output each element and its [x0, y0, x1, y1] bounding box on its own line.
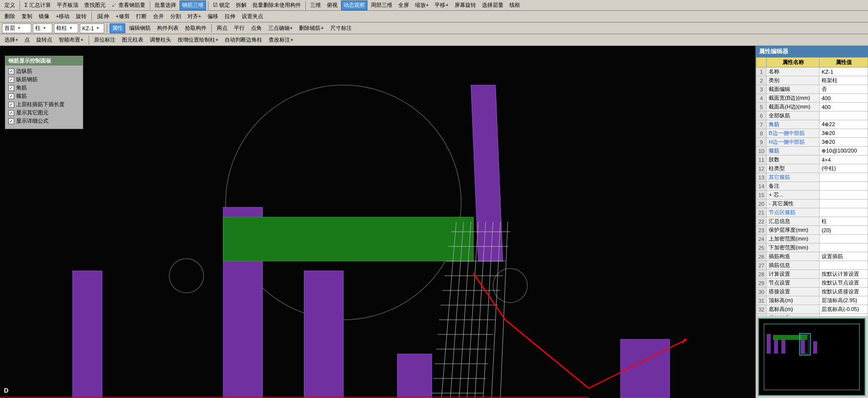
tb-zoom-plus[interactable]: 缩放+ [412, 0, 431, 10]
prop-value-cell[interactable]: 400 [820, 103, 868, 111]
prop-row-32[interactable]: 32底标高(m)层底标高(-0.05) [756, 305, 868, 314]
tb-rebar3d[interactable]: 钢筋三维 [180, 0, 206, 10]
tb-3d[interactable]: 三维 [308, 0, 323, 10]
tb-pick-comp[interactable]: 拾取构件 [183, 23, 209, 33]
cb-1[interactable]: ✓ [8, 77, 14, 83]
prop-row-11[interactable]: 11肢数4×4 [756, 155, 868, 164]
tb-break[interactable]: 打断 [134, 12, 149, 22]
prop-value-cell[interactable]: 层顶标高(2.95) [820, 296, 868, 305]
tb-top-view[interactable]: 俯视 [324, 0, 340, 10]
prop-value-cell[interactable]: ⊕10@100/200 [820, 147, 868, 155]
tb-wireframe[interactable]: 线框 [507, 0, 523, 10]
prop-value-cell[interactable] [820, 261, 868, 270]
cb-4[interactable]: ✓ [8, 102, 14, 108]
prop-row-28[interactable]: 28计算设置按默认计算设置 [756, 270, 868, 279]
prop-row-31[interactable]: 31顶标高(m)层顶标高(2.95) [756, 296, 868, 305]
prop-row-13[interactable]: 13其它箍筋 [756, 173, 868, 182]
tb-batch-select[interactable]: 批量选择 [152, 0, 179, 10]
prop-value-cell[interactable]: 设置插筋 [820, 252, 868, 261]
tb-dynamic[interactable]: 动态观察 [341, 0, 367, 10]
tb-find[interactable]: 查找图元 [82, 0, 108, 10]
prop-row-33[interactable]: 33插筋标高 [756, 314, 868, 316]
tb-props[interactable]: 属性 [110, 23, 125, 33]
prop-value-cell[interactable]: 4⊕22 [820, 120, 868, 129]
tb-draw-col[interactable]: 按增位置绘制柱+ [175, 35, 221, 45]
prop-value-cell[interactable] [820, 314, 868, 316]
tb-smart-place[interactable]: 智能布置+ [56, 35, 86, 45]
cb-3[interactable]: ✓ [8, 93, 14, 99]
tb-three-point[interactable]: 三点确轴+ [266, 23, 295, 33]
tb-lock[interactable]: ☑ 锁定 [210, 0, 232, 10]
prop-value-cell[interactable]: 4×4 [820, 155, 868, 164]
prop-value-cell[interactable] [820, 182, 868, 191]
prop-value-cell[interactable]: 3⊕20 [820, 138, 868, 147]
tb-point-place[interactable]: 点 [22, 35, 32, 45]
prop-value-cell[interactable]: 框架柱 [820, 76, 868, 85]
prop-row-14[interactable]: 14备注 [756, 182, 868, 191]
prop-row-6[interactable]: 6全部纵筋 [756, 111, 868, 120]
prop-row-25[interactable]: 25下加密范围(mm) [756, 243, 868, 252]
prop-row-27[interactable]: 27插筋信息 [756, 261, 868, 270]
tb-split[interactable]: 分割 [168, 12, 183, 22]
prop-value-cell[interactable] [820, 199, 868, 208]
tb-merge[interactable]: 合并 [151, 12, 166, 22]
tb-two-point[interactable]: 两点 [214, 23, 230, 33]
cb-6[interactable]: ✓ [8, 118, 14, 124]
prop-row-7[interactable]: 7角筋4⊕22 [756, 120, 868, 129]
tb-comp-list[interactable]: 构件列表 [155, 23, 181, 33]
tb-align[interactable]: 对齐+ [185, 12, 204, 22]
tb-trim[interactable]: +修剪 [113, 12, 132, 22]
prop-value-cell[interactable]: 按默认计算设置 [820, 270, 868, 279]
tb-rotate-point[interactable]: 旋转点 [34, 35, 55, 45]
prop-row-3[interactable]: 3截面编辑否 [756, 85, 868, 94]
tb-batch-del[interactable]: 批量删除未使用构件 [250, 0, 303, 10]
prop-value-cell[interactable]: 按默认节点设置 [820, 279, 868, 287]
prop-value-cell[interactable] [820, 243, 868, 252]
floor-dropdown[interactable]: 首层 [2, 23, 31, 33]
sub-type-dropdown[interactable]: 框柱 [54, 23, 78, 33]
tb-summary[interactable]: Σ 汇总计算 [22, 0, 53, 10]
tb-del-aux[interactable]: 删除辅筋+ [297, 23, 326, 33]
prop-value-cell[interactable]: (中柱) [820, 164, 868, 173]
tb-check-mark[interactable]: 查改标注+ [266, 35, 296, 45]
viewport[interactable]: Eat 钢筋显示控制面板 ✓ 边纵筋 ✓ 纵筋钢筋 ✓ 角筋 ✓ 箍筋 ✓ [0, 46, 755, 398]
tb-select[interactable]: 选择+ [2, 35, 21, 45]
prop-row-1[interactable]: 1名称KZ-1 [756, 67, 868, 76]
tb-adj-col-head[interactable]: 调整柱头 [147, 35, 174, 45]
tb-screen-rotate[interactable]: 屏幕旋转 [452, 0, 479, 10]
tb-auto-corner[interactable]: 自动判断边角柱 [222, 35, 265, 45]
prop-value-cell[interactable] [820, 173, 868, 182]
tb-dimension[interactable]: 尺寸标注 [328, 23, 354, 33]
tb-rotate[interactable]: 旋转 [73, 12, 89, 22]
tb-col-table[interactable]: 图元柱表 [119, 35, 146, 45]
prop-row-26[interactable]: 26插筋构造设置插筋 [756, 252, 868, 261]
prop-row-29[interactable]: 29节点设置按默认节点设置 [756, 279, 868, 287]
prop-value-cell[interactable]: 层底标高(-0.05) [820, 305, 868, 314]
id-dropdown[interactable]: KZ-1 [80, 23, 104, 33]
tb-fullscreen[interactable]: 全屏 [396, 0, 411, 10]
tb-setpoint[interactable]: 设置夹点 [239, 12, 266, 22]
tb-define[interactable]: 定义 [2, 0, 18, 10]
prop-value-cell[interactable]: 柱 [820, 217, 868, 226]
tb-mirror[interactable]: 镜像 [36, 12, 52, 22]
prop-value-cell[interactable]: KZ-1 [820, 67, 868, 76]
prop-value-cell[interactable] [820, 208, 868, 217]
prop-row-30[interactable]: 30搭接设置按默认搭接设置 [756, 287, 868, 296]
prop-value-cell[interactable]: 3⊕20 [820, 129, 868, 138]
tb-move[interactable]: +移动 [53, 12, 72, 22]
prop-row-4[interactable]: 4截面宽(B边)(mm)400 [756, 94, 868, 103]
prop-row-23[interactable]: 23保护层厚度(mm)(20) [756, 226, 868, 235]
prop-value-cell[interactable]: (20) [820, 226, 868, 235]
tb-flat-top[interactable]: 平齐板顶 [54, 0, 81, 10]
cb-5[interactable]: ✓ [8, 110, 14, 116]
prop-value-cell[interactable] [820, 235, 868, 243]
prop-row-21[interactable]: 21节点区箍筋 [756, 208, 868, 217]
prop-row-2[interactable]: 2类别框架柱 [756, 76, 868, 85]
tb-point-angle[interactable]: 点角 [249, 23, 264, 33]
tb-parallel[interactable]: 平行 [231, 23, 247, 33]
prop-value-cell[interactable]: 按默认搭接设置 [820, 287, 868, 296]
prop-row-9[interactable]: 9H边一侧中部筋3⊕20 [756, 138, 868, 147]
tb-edit-rebar[interactable]: 编辑钢筋 [127, 23, 153, 33]
tb-select-layer[interactable]: 选择层量 [480, 0, 506, 10]
prop-row-12[interactable]: 12柱类型(中柱) [756, 164, 868, 173]
